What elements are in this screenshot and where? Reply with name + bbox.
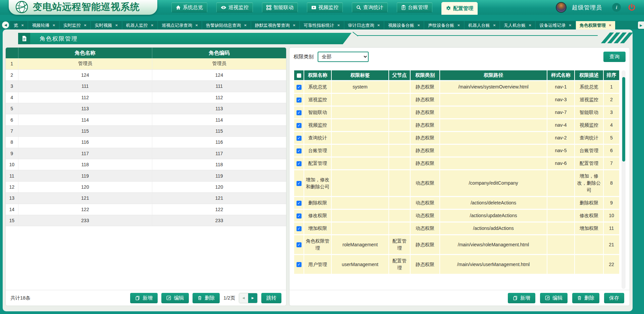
permission-row-增加，修改和删除公司[interactable]: 增加，修改和删除公司动态权限/company/editCompany增加，修改，…	[294, 170, 619, 196]
nav-button-gear[interactable]: 配置管理	[441, 2, 478, 15]
tab-设备运维记录[interactable]: 设备运维记录✕	[536, 21, 575, 29]
role-delete-button[interactable]: 删除	[193, 293, 220, 303]
nav-button-search[interactable]: 查询统计	[352, 2, 388, 12]
row-checkbox-checked[interactable]	[297, 213, 302, 218]
logout-power-icon[interactable]	[628, 3, 636, 12]
role-row-122[interactable]: 14122122	[6, 204, 286, 215]
row-checkbox-checked[interactable]	[297, 123, 302, 128]
role-row-111[interactable]: 3111111	[6, 81, 286, 92]
info-icon[interactable]: i	[612, 3, 621, 12]
permission-row-视频监控[interactable]: 视频监控静态权限nav-4视频监控4	[294, 119, 619, 131]
role-row-124[interactable]: 2124124	[6, 69, 286, 80]
query-button[interactable]: 查询	[603, 52, 626, 62]
row-checkbox-checked[interactable]	[297, 242, 302, 247]
role-add-button[interactable]: 新增	[130, 293, 158, 303]
tab-机器人台账[interactable]: 机器人台账✕	[465, 21, 499, 29]
permission-row-增加权限[interactable]: 增加权限动态权限/actions/addActions增加权限11	[294, 223, 619, 234]
tab-close-icon[interactable]: ✕	[417, 23, 420, 27]
role-row-119[interactable]: 11119119	[6, 170, 286, 181]
role-row-115[interactable]: 7115115	[6, 125, 286, 136]
row-checkbox-checked[interactable]	[297, 148, 302, 153]
permission-row-删除权限[interactable]: 删除权限动态权限/actions/deleteActions删除权限9	[294, 197, 619, 209]
tab-close-icon[interactable]: ✕	[52, 23, 55, 27]
vertical-scrollbar[interactable]	[622, 70, 626, 289]
tab-close-icon[interactable]: ✕	[337, 23, 340, 27]
tab-览[interactable]: 览✕	[10, 21, 28, 29]
tab-close-icon[interactable]: ✕	[609, 23, 611, 27]
row-checkbox-checked[interactable]	[297, 201, 302, 206]
tab-无人机台账[interactable]: 无人机台账✕	[500, 21, 535, 29]
row-checkbox-checked[interactable]	[297, 161, 302, 166]
tabs-scroll-right-icon[interactable]: ▶	[638, 21, 644, 29]
tab-实时监控[interactable]: 实时监控✕	[60, 21, 90, 29]
tab-close-icon[interactable]: ✕	[151, 23, 154, 27]
tab-声纹设备台账[interactable]: 声纹设备台账✕	[424, 21, 464, 29]
prev-page-icon[interactable]: ◀	[239, 293, 248, 303]
permission-row-台账管理[interactable]: 台账管理静态权限nav-5台账管理6	[294, 145, 619, 156]
tab-机器人监控[interactable]: 机器人监控✕	[122, 21, 157, 29]
perm-edit-button[interactable]: 编辑	[540, 293, 568, 303]
permission-row-巡视监控[interactable]: 巡视监控静态权限nav-3巡视监控2	[294, 94, 619, 106]
tab-close-icon[interactable]: ✕	[457, 23, 460, 27]
tab-close-icon[interactable]: ✕	[293, 23, 296, 27]
row-checkbox-checked[interactable]	[297, 136, 302, 141]
nav-button-eye[interactable]: 巡视监控	[216, 2, 253, 12]
tab-close-icon[interactable]: ✕	[493, 23, 496, 27]
role-row-117[interactable]: 9117117	[6, 148, 286, 159]
role-row-118[interactable]: 10118118	[6, 159, 286, 170]
scrollbar-thumb[interactable]	[622, 77, 625, 162]
tab-实时视频[interactable]: 实时视频✕	[91, 21, 121, 29]
role-row-233[interactable]: 15233233	[6, 215, 286, 226]
next-page-icon[interactable]: ▶	[248, 293, 257, 303]
row-checkbox-checked[interactable]	[297, 226, 302, 231]
tab-审计日志查询[interactable]: 审计日志查询✕	[344, 21, 384, 29]
role-row-114[interactable]: 6114114	[6, 114, 286, 125]
tab-close-icon[interactable]: ✕	[569, 23, 571, 27]
tab-close-icon[interactable]: ✕	[84, 23, 87, 27]
tab-巡视点记录查询[interactable]: 巡视点记录查询✕	[158, 21, 202, 29]
tabs-scroll-left-icon[interactable]: ◀	[2, 21, 9, 28]
tab-视频轮播[interactable]: 视频轮播✕	[28, 21, 59, 29]
perm-add-button[interactable]: 新增	[508, 293, 535, 303]
tab-角色权限管理[interactable]: 角色权限管理✕	[576, 21, 615, 29]
tab-close-icon[interactable]: ✕	[195, 23, 198, 27]
role-row-116[interactable]: 8116116	[6, 137, 286, 148]
permission-row-配置管理[interactable]: 配置管理静态权限nav-6配置管理7	[294, 158, 619, 169]
role-row-120[interactable]: 12120120	[6, 181, 286, 192]
tab-可靠性指标统计[interactable]: 可靠性指标统计✕	[300, 21, 343, 29]
tab-close-icon[interactable]: ✕	[115, 23, 118, 27]
perm-delete-button[interactable]: 删除	[572, 293, 599, 303]
tab-静默监视告警查询[interactable]: 静默监视告警查询✕	[251, 21, 299, 29]
nav-button-video[interactable]: 视频监控	[307, 2, 343, 12]
row-checkbox-checked[interactable]	[297, 98, 302, 103]
nav-button-clipboard[interactable]: 台账管理	[397, 2, 432, 12]
nav-button-link[interactable]: 智能联动	[262, 2, 298, 12]
role-edit-button[interactable]: 编辑	[161, 293, 189, 303]
role-row-112[interactable]: 4112112	[6, 92, 286, 103]
role-row-121[interactable]: 13121121	[6, 193, 286, 204]
permission-row-系统总览[interactable]: 系统总览system静态权限/main/views/systemOverview…	[294, 81, 619, 93]
tab-close-icon[interactable]: ✕	[377, 23, 380, 27]
tab-告警缺陷信息查询[interactable]: 告警缺陷信息查询✕	[202, 21, 250, 29]
perm-save-button[interactable]: 保存	[604, 293, 624, 303]
permission-row-角色权限管理[interactable]: 角色权限管理roleManagement配置管理静态权限/main/views/…	[294, 235, 619, 254]
role-row-管理员[interactable]: 1管理员管理员	[6, 58, 286, 69]
jump-page-button[interactable]: 跳转	[261, 293, 281, 303]
permission-row-修改权限[interactable]: 修改权限动态权限/actions/updateActions修改权限10	[294, 210, 619, 222]
perm-type-select[interactable]: 全部	[318, 52, 369, 62]
tab-close-icon[interactable]: ✕	[529, 23, 531, 27]
row-checkbox-checked[interactable]	[297, 181, 302, 186]
tab-视频设备台账[interactable]: 视频设备台账✕	[384, 21, 424, 29]
nav-button-home[interactable]: 系统总览	[171, 2, 207, 12]
tab-close-icon[interactable]: ✕	[21, 23, 24, 27]
row-checkbox-checked[interactable]	[297, 110, 302, 115]
permission-row-用户管理[interactable]: 用户管理userManagement配置管理静态权限/main/views/us…	[294, 255, 619, 274]
tab-close-icon[interactable]: ✕	[244, 23, 247, 27]
row-checkbox-checked[interactable]	[297, 262, 302, 267]
row-checkbox-checked[interactable]	[297, 85, 302, 90]
permission-row-智能联动[interactable]: 智能联动静态权限nav-7智能联动3	[294, 107, 619, 118]
user-avatar[interactable]	[556, 2, 567, 13]
select-all-checkbox[interactable]	[297, 73, 301, 78]
role-row-113[interactable]: 5113113	[6, 103, 286, 114]
permission-row-查询统计[interactable]: 查询统计静态权限nav-2查询统计5	[294, 132, 619, 144]
